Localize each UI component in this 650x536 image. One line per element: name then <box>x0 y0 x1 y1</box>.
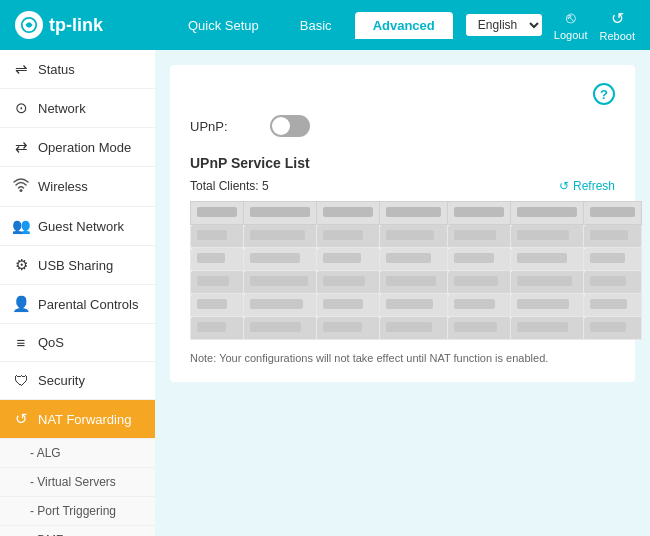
language-select[interactable]: English <box>466 14 542 36</box>
table-cell <box>317 317 380 340</box>
table-cell <box>244 317 317 340</box>
logout-button[interactable]: ⎋ Logout <box>554 9 588 41</box>
table-cell <box>191 225 244 248</box>
sidebar: ⇌ Status ⊙ Network ⇄ Operation Mode Wire… <box>0 50 155 536</box>
table-cell <box>317 225 380 248</box>
logo-area: tp-link <box>15 11 170 39</box>
col-header-7 <box>584 202 642 225</box>
table-header-row <box>191 202 642 225</box>
table-cell <box>191 317 244 340</box>
table-cell <box>191 271 244 294</box>
network-icon: ⊙ <box>12 99 30 117</box>
table-cell <box>380 248 448 271</box>
upnp-label: UPnP: <box>190 119 270 134</box>
col-header-1 <box>191 202 244 225</box>
sidebar-item-parental-controls[interactable]: 👤 Parental Controls <box>0 285 155 324</box>
table-cell <box>317 271 380 294</box>
col-header-2 <box>244 202 317 225</box>
table-cell <box>448 317 511 340</box>
table-row <box>191 294 642 317</box>
usb-sharing-icon: ⚙ <box>12 256 30 274</box>
table-row <box>191 317 642 340</box>
table-cell <box>191 248 244 271</box>
upnp-toggle[interactable] <box>270 115 310 137</box>
logo: tp-link <box>15 11 103 39</box>
sidebar-item-status[interactable]: ⇌ Status <box>0 50 155 89</box>
wireless-icon <box>12 177 30 196</box>
table-cell <box>244 294 317 317</box>
refresh-button[interactable]: ↺ Refresh <box>559 179 615 193</box>
sidebar-item-network[interactable]: ⊙ Network <box>0 89 155 128</box>
table-cell <box>448 294 511 317</box>
table-cell <box>584 271 642 294</box>
table-row <box>191 271 642 294</box>
sidebar-item-qos[interactable]: ≡ QoS <box>0 324 155 362</box>
table-cell <box>191 294 244 317</box>
note-text: Note: Your configurations will not take … <box>190 352 615 364</box>
sidebar-item-wireless[interactable]: Wireless <box>0 167 155 207</box>
service-list-title: UPnP Service List <box>190 155 615 171</box>
guest-network-icon: 👥 <box>12 217 30 235</box>
qos-icon: ≡ <box>12 334 30 351</box>
header: tp-link Quick Setup Basic Advanced Engli… <box>0 0 650 50</box>
table-cell <box>380 271 448 294</box>
sidebar-item-guest-network[interactable]: 👥 Guest Network <box>0 207 155 246</box>
table-cell <box>317 294 380 317</box>
col-header-3 <box>317 202 380 225</box>
help-icon[interactable]: ? <box>593 83 615 105</box>
sidebar-submenu: - ALG - Virtual Servers - Port Triggerin… <box>0 439 155 536</box>
table-cell <box>244 248 317 271</box>
table-cell <box>244 271 317 294</box>
upnp-header: ? <box>190 83 615 105</box>
table-cell <box>584 225 642 248</box>
table-cell <box>244 225 317 248</box>
logout-icon: ⎋ <box>566 9 576 27</box>
table-cell <box>511 294 584 317</box>
table-cell <box>448 225 511 248</box>
tab-advanced[interactable]: Advanced <box>355 12 453 39</box>
refresh-icon: ↺ <box>559 179 569 193</box>
sidebar-item-operation-mode[interactable]: ⇄ Operation Mode <box>0 128 155 167</box>
table-cell <box>511 225 584 248</box>
tab-basic[interactable]: Basic <box>282 12 350 39</box>
sidebar-subitem-port-triggering[interactable]: - Port Triggering <box>0 497 155 526</box>
table-cell <box>317 248 380 271</box>
upnp-card: ? UPnP: UPnP Service List Total Clients:… <box>170 65 635 382</box>
sidebar-subitem-virtual-servers[interactable]: - Virtual Servers <box>0 468 155 497</box>
table-cell <box>380 225 448 248</box>
table-cell <box>380 317 448 340</box>
status-icon: ⇌ <box>12 60 30 78</box>
parental-controls-icon: 👤 <box>12 295 30 313</box>
nat-forwarding-icon: ↺ <box>12 410 30 428</box>
table-cell <box>511 248 584 271</box>
sidebar-item-usb-sharing[interactable]: ⚙ USB Sharing <box>0 246 155 285</box>
col-header-5 <box>448 202 511 225</box>
sidebar-item-security[interactable]: 🛡 Security <box>0 362 155 400</box>
table-row <box>191 248 642 271</box>
sidebar-subitem-dmz[interactable]: - DMZ <box>0 526 155 536</box>
col-header-4 <box>380 202 448 225</box>
header-right: English ⎋ Logout ↺ Reboot <box>466 9 635 42</box>
clients-row: Total Clients: 5 ↺ Refresh <box>190 179 615 193</box>
sidebar-item-nat-forwarding[interactable]: ↺ NAT Forwarding <box>0 400 155 439</box>
table-cell <box>448 248 511 271</box>
nav-tabs: Quick Setup Basic Advanced <box>170 12 466 39</box>
table-row <box>191 225 642 248</box>
upnp-toggle-row: UPnP: <box>190 115 615 137</box>
service-table <box>190 201 642 340</box>
main-container: ⇌ Status ⊙ Network ⇄ Operation Mode Wire… <box>0 50 650 536</box>
reboot-icon: ↺ <box>611 9 624 28</box>
sidebar-subitem-alg[interactable]: - ALG <box>0 439 155 468</box>
svg-point-1 <box>20 189 23 192</box>
reboot-button[interactable]: ↺ Reboot <box>600 9 635 42</box>
table-cell <box>584 248 642 271</box>
table-cell <box>380 294 448 317</box>
security-icon: 🛡 <box>12 372 30 389</box>
table-cell <box>511 271 584 294</box>
tab-quick-setup[interactable]: Quick Setup <box>170 12 277 39</box>
table-cell <box>448 271 511 294</box>
table-cell <box>511 317 584 340</box>
col-header-6 <box>511 202 584 225</box>
content-area: ? UPnP: UPnP Service List Total Clients:… <box>155 50 650 536</box>
table-cell <box>584 317 642 340</box>
